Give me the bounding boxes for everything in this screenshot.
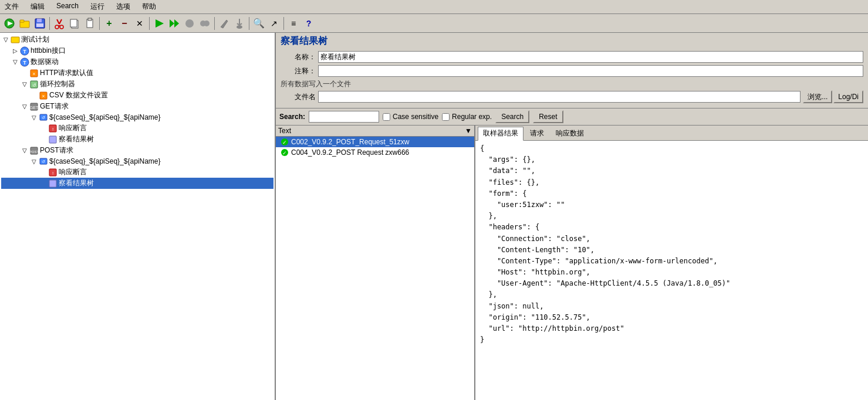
svg-rect-5	[37, 19, 42, 22]
svg-rect-3	[20, 20, 24, 22]
save-toolbar-btn[interactable]	[33, 16, 47, 30]
tree-toggle-post-var[interactable]: ▽	[29, 158, 39, 165]
logdi-button[interactable]: Log/Di	[833, 90, 863, 103]
arrow-toolbar-btn[interactable]: ↗	[267, 16, 281, 30]
menu-bar: 文件 编辑 Search 运行 选项 帮助	[0, 0, 868, 14]
tree-item-httbbin[interactable]: ▷ T httbbin接口	[1, 45, 273, 56]
tab-response-data[interactable]: 响应数据	[550, 127, 589, 140]
svg-text:POST: POST	[29, 150, 39, 154]
run-all-toolbar-btn[interactable]	[167, 16, 181, 30]
tree-item-http-default[interactable]: × HTTP请求默认值	[1, 67, 273, 79]
browse-button[interactable]: 浏览...	[803, 90, 832, 103]
svg-text:✓: ✓	[282, 140, 287, 145]
clear-toolbar-btn[interactable]: ✕	[133, 16, 147, 30]
tree-toggle-test-plan[interactable]: ▽	[1, 36, 11, 43]
svg-point-21	[204, 21, 210, 26]
tree-item-get-req[interactable]: ▽ GET GET请求	[1, 101, 273, 112]
menu-search[interactable]: Search	[54, 1, 81, 12]
tree-item-get-assert[interactable]: ! 响应断言	[1, 123, 273, 134]
menu-options[interactable]: 选项	[114, 1, 133, 12]
tree-toggle-httbbin[interactable]: ▷	[11, 48, 20, 54]
svg-text:!: !	[52, 171, 53, 176]
tab-sampler-result[interactable]: 取样器结果	[478, 127, 523, 141]
tree-item-loop-ctrl[interactable]: ▽ ↺ 循环控制器	[1, 79, 273, 90]
open-toolbar-btn[interactable]	[18, 16, 32, 30]
svg-rect-13	[70, 19, 77, 27]
left-panel-tree: ▽ 测试计划 ▷ T httbbin接口 ▽ T 数据驱动 × HTTP请求默认…	[0, 33, 276, 400]
tree-toggle-post-req[interactable]: ▽	[20, 147, 29, 154]
tree-toggle-get-req[interactable]: ▽	[20, 103, 29, 110]
menu-run[interactable]: 运行	[88, 1, 107, 12]
tree-item-get-result[interactable]: 察看结果树	[1, 134, 273, 145]
response-content[interactable]: { "args": {}, "data": "", "files": {}, "…	[475, 141, 868, 400]
search-toolbar-btn[interactable]: 🔍	[252, 16, 266, 30]
tree-results-header: Text ▼	[276, 126, 474, 137]
remove-toolbar-btn[interactable]: −	[117, 16, 131, 30]
tree-item-get-var[interactable]: ▽ ↺ ${caseSeq}_${apiSeq}_${apiName}	[1, 112, 273, 123]
tree-item-post-var[interactable]: ▽ ↺ ${caseSeq}_${apiSeq}_${apiName}	[1, 156, 273, 167]
menu-file[interactable]: 文件	[2, 1, 21, 12]
svg-rect-15	[88, 18, 92, 21]
regex-checkbox[interactable]	[442, 113, 450, 121]
svg-rect-47	[49, 180, 56, 187]
search-input[interactable]	[309, 111, 379, 123]
search-button[interactable]: Search	[495, 110, 529, 123]
svg-rect-40	[49, 136, 56, 143]
name-input[interactable]	[318, 51, 863, 63]
paste-toolbar-btn[interactable]	[83, 16, 97, 30]
tree-item-csv-setup[interactable]: × CSV 数据文件设置	[1, 90, 273, 101]
cut-toolbar-btn[interactable]	[52, 16, 66, 30]
svg-line-7	[57, 19, 59, 24]
case-sensitive-checkbox[interactable]	[383, 113, 390, 121]
svg-point-19	[185, 19, 194, 28]
stop-all-toolbar-btn[interactable]	[198, 16, 212, 30]
filename-input[interactable]	[318, 91, 801, 103]
name-row: 名称：	[281, 51, 863, 63]
panel-title: 察看结果树	[281, 35, 863, 48]
tree-item-post-assert[interactable]: ! 响应断言	[1, 167, 273, 178]
result-item-r2[interactable]: ✓ C004_V0.9.2_POST Request zxw666	[276, 147, 474, 158]
tree-toggle-get-var[interactable]: ▽	[29, 114, 39, 121]
svg-point-22	[237, 25, 242, 29]
reset-button[interactable]: Reset	[533, 110, 563, 123]
result-item-label-r2: C004_V0.9.2_POST Request zxw666	[291, 148, 409, 157]
tree-toggle-loop-ctrl[interactable]: ▽	[20, 81, 29, 87]
tree-item-post-req[interactable]: ▽ POST POST请求	[1, 145, 273, 156]
svg-text:↺: ↺	[42, 116, 45, 120]
comment-input[interactable]	[318, 65, 863, 77]
help-toolbar-btn[interactable]: ?	[302, 16, 316, 30]
menu-edit[interactable]: 编辑	[28, 1, 47, 12]
run-toolbar-btn[interactable]	[152, 16, 166, 30]
add-toolbar-btn[interactable]: +	[102, 16, 116, 30]
result-item-r1[interactable]: ✓ C002_V0.9.2_POST_Request_51zxw	[276, 137, 474, 147]
svg-rect-6	[36, 23, 43, 27]
toolbar: + − ✕ 🔍 ↗ ≡ ?	[0, 14, 868, 33]
tree-results-panel: Text ▼ ✓ C002_V0.9.2_POST_Request_51zxw …	[276, 126, 475, 400]
tree-label-post-assert: 响应断言	[59, 167, 87, 177]
svg-point-10	[55, 25, 59, 29]
menu-help[interactable]: 帮助	[140, 1, 158, 12]
tree-item-data-driven[interactable]: ▽ T 数据驱动	[1, 56, 273, 67]
main-layout: ▽ 测试计划 ▷ T httbbin接口 ▽ T 数据驱动 × HTTP请求默认…	[0, 33, 868, 400]
dropdown-arrow-icon[interactable]: ▼	[465, 127, 472, 135]
tree-label-post-var: ${caseSeq}_${apiSeq}_${apiName}	[49, 157, 161, 165]
write-note: 所有数据写入一个文件	[281, 79, 863, 89]
tree-item-test-plan[interactable]: ▽ 测试计划	[1, 34, 273, 45]
tree-toggle-data-driven[interactable]: ▽	[11, 59, 20, 65]
tree-item-post-result[interactable]: 察看结果树	[1, 178, 273, 189]
svg-text:×: ×	[42, 93, 45, 99]
svg-text:↺: ↺	[32, 83, 36, 88]
tab-request[interactable]: 请求	[525, 127, 549, 140]
svg-text:GET: GET	[30, 106, 39, 110]
case-sensitive-label[interactable]: Case sensitive	[383, 113, 438, 121]
knife-toolbar-btn[interactable]	[217, 16, 231, 30]
regex-label[interactable]: Regular exp.	[442, 113, 492, 121]
tree-label-get-assert: 响应断言	[59, 123, 87, 133]
search-label: Search:	[279, 113, 305, 121]
new-toolbar-btn[interactable]	[2, 16, 16, 30]
tree-label-loop-ctrl: 循环控制器	[40, 79, 75, 89]
broom-toolbar-btn[interactable]	[232, 16, 246, 30]
stop-toolbar-btn[interactable]	[183, 16, 197, 30]
list-toolbar-btn[interactable]: ≡	[286, 16, 300, 30]
copy-toolbar-btn[interactable]	[67, 16, 82, 30]
